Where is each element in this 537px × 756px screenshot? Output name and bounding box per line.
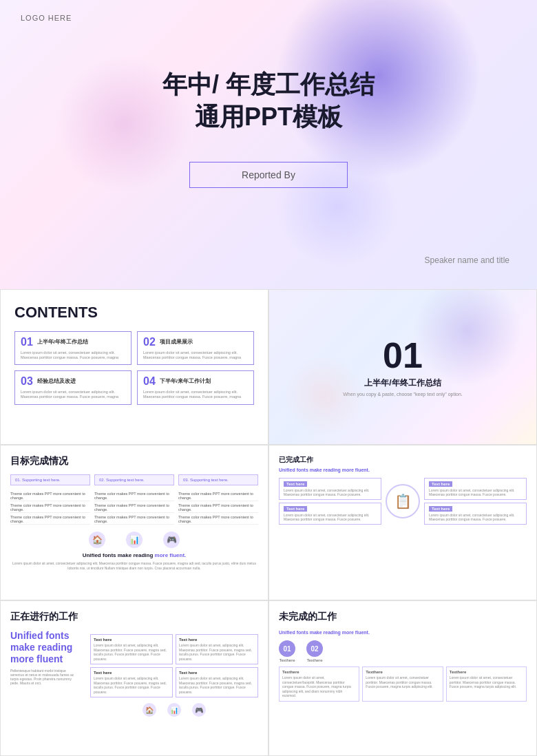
completed-right: Text here Lorem ipsum dolor sit amet, co…	[424, 478, 527, 525]
completed-layout: Text here Lorem ipsum dolor sit amet, co…	[279, 478, 527, 525]
num-item-1: 01 Texthere	[279, 640, 295, 662]
support-box-2: 02. Supporting text here.	[94, 474, 174, 485]
lorem-text: Lorem ipsum dolor sit amet, consectetuer…	[10, 561, 258, 570]
icon-3: 🎮	[163, 532, 180, 548]
ongoing-icon-2: 📊	[167, 703, 181, 717]
contents-item-2: 02 项目成果展示 Lorem ipsum dolor sit amet, co…	[137, 331, 254, 365]
ongoing-icon-3: 🎮	[192, 703, 206, 717]
icon-2: 📊	[126, 532, 143, 548]
slide-target: 目标完成情况 01. Supporting text here. 02. Sup…	[0, 445, 268, 600]
text-box-4: Text here Lorem ipsum dolor sit amet, co…	[424, 503, 527, 525]
contents-num-4: 04	[143, 375, 156, 388]
contents-num-2: 02	[143, 336, 156, 348]
support-box-3: 03. Supporting text here.	[178, 474, 258, 485]
slide-section-01: 01 上半年/年终工作总结 When you copy & paste, cho…	[268, 289, 537, 445]
slide-completed: 已完成工作 Unified fonts make reading more fl…	[268, 445, 537, 600]
slides-grid: CONTENTS 01 上半年/年终工作总结 Lorem ipsum dolor…	[0, 289, 537, 756]
ongoing-card-1: Text here Lorem ipsum dolor sit amet, ad…	[90, 634, 173, 664]
icon-row: 🏠 📊 🎮	[10, 532, 258, 548]
completed-left: Text here Lorem ipsum dolor sit amet, co…	[279, 478, 381, 525]
support-box-1: 01. Supporting text here.	[10, 474, 90, 485]
ongoing-card-4: Text here Lorem ipsum dolor sit amet, ad…	[176, 667, 258, 697]
main-title: 年中/ 年度工作总结 通用PPT模板	[0, 69, 537, 134]
ongoing-big-text-area: Unified fonts make reading more fluent P…	[10, 630, 79, 685]
unfinished-sub: Unified fonts make reading more fluent.	[279, 630, 527, 635]
icon-1: 🏠	[89, 532, 105, 548]
ongoing-card-3: Text here Lorem ipsum dolor sit amet, ad…	[90, 667, 173, 697]
unified-text: Unified fonts make reading more fluent.	[10, 552, 258, 558]
contents-num-1: 01	[21, 336, 33, 348]
ongoing-icons: 🏠 📊 🎮	[90, 703, 258, 717]
target-title: 目标完成情况	[10, 455, 258, 468]
unfinished-title: 未完成的工作	[279, 611, 527, 623]
ongoing-card-2: Text here Lorem ipsum dolor sit amet, ad…	[176, 634, 258, 664]
contents-item-text-4: Lorem ipsum dolor sit amet, consectetuer…	[143, 390, 248, 399]
text-box-3: Text here Lorem ipsum dolor sit amet, co…	[424, 478, 527, 500]
unfinished-text-row: Texthere Lorem ipsum dolor sit amet, con…	[279, 666, 527, 702]
speaker-name: Speaker name and title	[425, 255, 509, 265]
slide-contents: CONTENTS 01 上半年/年终工作总结 Lorem ipsum dolor…	[0, 289, 268, 445]
contents-num-3: 03	[21, 375, 33, 388]
completed-sub: Unified fonts make reading more fluent.	[279, 468, 527, 472]
support-col-1: Theme color makes PPT more convenient to…	[10, 491, 90, 526]
support-col-3: Theme color makes PPT more convenient to…	[178, 491, 258, 526]
slide-unfinished: 未完成的工作 Unified fonts make reading more f…	[268, 600, 537, 756]
support-col-2: Theme color makes PPT more convenient to…	[94, 491, 174, 526]
ongoing-title: 正在进行的工作	[10, 611, 258, 623]
ongoing-cards: Text here Lorem ipsum dolor sit amet, ad…	[90, 634, 258, 697]
center-circle-icon: 📋	[386, 484, 420, 518]
ongoing-icon-1: 🏠	[143, 703, 156, 717]
reported-by-box[interactable]: Reported By	[189, 162, 348, 188]
logo: LOGO HERE	[21, 14, 72, 22]
contents-grid: 01 上半年/年终工作总结 Lorem ipsum dolor sit amet…	[14, 331, 254, 405]
contents-item-title-3: 经验总结及改进	[37, 378, 76, 385]
contents-item-1: 01 上半年/年终工作总结 Lorem ipsum dolor sit amet…	[14, 331, 131, 365]
support-items-row: Theme color makes PPT more convenient to…	[10, 491, 258, 526]
support-row: 01. Supporting text here. 02. Supporting…	[10, 474, 258, 485]
contents-item-text-2: Lorem ipsum dolor sit amet, consectetuer…	[143, 350, 248, 360]
completed-title: 已完成工作	[279, 455, 527, 465]
text-box-2: Text here Lorem ipsum dolor sit amet, co…	[279, 503, 381, 525]
contents-item-4: 04 下半年/来年工作计划 Lorem ipsum dolor sit amet…	[137, 370, 254, 404]
contents-item-text-1: Lorem ipsum dolor sit amet, consectetuer…	[21, 350, 125, 360]
ongoing-big-text: Unified fonts make reading more fluent	[10, 630, 79, 664]
contents-item-title-1: 上半年/年终工作总结	[37, 339, 88, 346]
section-number: 01	[383, 337, 423, 373]
contents-title: CONTENTS	[14, 304, 254, 322]
contents-item-text-3: Lorem ipsum dolor sit amet, consectetuer…	[21, 390, 125, 399]
text-box-1: Text here Lorem ipsum dolor sit amet, co…	[279, 478, 381, 500]
unfinished-col-1: Texthere Lorem ipsum dolor sit amet, con…	[279, 666, 359, 702]
contents-item-title-2: 项目成果展示	[160, 339, 193, 346]
unfinished-col-2: Texthere Lorem ipsum dolor sit amet, con…	[362, 666, 443, 702]
contents-item-title-4: 下半年/来年工作计划	[160, 378, 211, 385]
num-item-2: 02 Texthere	[306, 640, 323, 662]
contents-item-3: 03 经验总结及改进 Lorem ipsum dolor sit amet, c…	[14, 370, 131, 404]
num-row: 01 Texthere 02 Texthere	[279, 640, 527, 662]
unfinished-col-3: Texthere Lorem ipsum dolor sit amet, con…	[446, 666, 527, 702]
slide-title: LOGO HERE 年中/ 年度工作总结 通用PPT模板 Reported By…	[0, 0, 537, 289]
section-subtitle: 上半年/年终工作总结	[364, 377, 441, 389]
slide-ongoing: 正在进行的工作 Unified fonts make reading more …	[0, 600, 268, 756]
